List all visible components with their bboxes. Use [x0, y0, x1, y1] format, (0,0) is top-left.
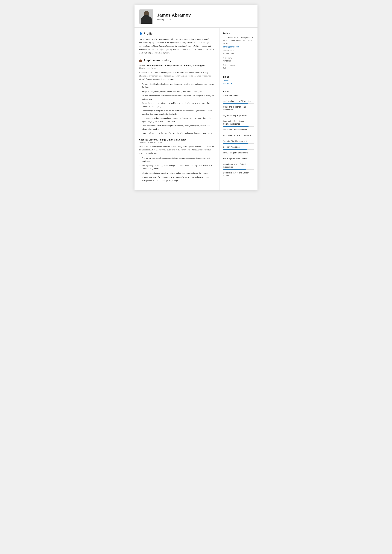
skill-name: Workplace Crime and Deviance: [223, 134, 254, 137]
skill-item: Crisis Intervention: [223, 94, 254, 98]
skill-name: Security Awareness: [223, 146, 254, 148]
candidate-name: James Abramov: [157, 13, 251, 18]
skill-name: Information Security and Counterintellig…: [223, 120, 254, 126]
avatar-body: [141, 16, 152, 24]
skill-bar: [223, 112, 247, 112]
job-1-bullets: Perform identification checks and vehicl…: [139, 83, 214, 135]
list-item: Patrol parking lots on upper and undergr…: [139, 164, 214, 171]
job-2-desc: Streamlined monitoring and detection pro…: [139, 145, 214, 155]
skill-bar: [223, 118, 246, 118]
skill-bar: [223, 132, 247, 132]
skill-bar: [223, 178, 248, 178]
skill-name: Ethics and Professionalism: [223, 128, 254, 131]
job-2-date: January 2018 — April 2019: [139, 141, 214, 143]
detail-address: 1515 Pacific Ave, Los Angeles, CA 90291,…: [223, 36, 254, 45]
list-item: Provide physical security, access contro…: [139, 156, 214, 163]
list-item: Perform identification checks and vehicl…: [139, 83, 214, 89]
job-1: Armed Security Officer at Department of …: [139, 64, 214, 135]
divider-2: [223, 88, 254, 88]
skill-bar: [223, 149, 247, 150]
link-facebook[interactable]: Facebook: [223, 82, 254, 84]
list-item: Safeguard employees, clients, and visito…: [139, 90, 214, 93]
list-item: Log into security headquarters hourly du…: [139, 117, 214, 123]
employment-section: 💼 Employment History Armed Security Offi…: [139, 59, 214, 182]
skill-bar: [223, 161, 245, 161]
job-2: Security Officer at Indigo Outlet Mall, …: [139, 139, 214, 182]
skill-bar-container: [223, 178, 254, 178]
skill-name: Digital Security Applications: [223, 114, 254, 117]
list-item: Respond to emergencies involving buildin…: [139, 102, 214, 108]
profile-icon: 👤: [139, 32, 142, 35]
skill-item: Defensive Tactics and Officer Safety: [223, 172, 254, 178]
skill-name: Antiterrorism and VIP Protection: [223, 100, 254, 103]
skill-bar-container: [223, 169, 254, 170]
skill-bar: [223, 98, 249, 98]
profile-section: 👤 Profile Safety conscious, observant Se…: [139, 32, 214, 54]
skill-item: Alarm System Fundamentals: [223, 157, 254, 161]
skill-item: Security Risk Management: [223, 140, 254, 144]
nationality: American: [223, 59, 254, 63]
skill-bar-container: [223, 132, 254, 132]
skill-name: Crisis Intervention: [223, 94, 254, 97]
skill-item: Ethics and Professionalism: [223, 128, 254, 133]
header: James Abramov Security Officer: [134, 5, 258, 28]
place-of-birth: San Antonio: [223, 52, 254, 55]
list-item: Provide directions and assistance to vis…: [139, 94, 214, 101]
header-info: James Abramov Security Officer: [157, 13, 251, 21]
details-title: Details: [223, 32, 254, 35]
skill-item: Crime and Incident Scene Procedures: [223, 106, 254, 112]
skill-bar-container: [223, 118, 254, 118]
skill-name: Defensive Tactics and Officer Safety: [223, 172, 254, 177]
skill-name: Apprehension and Detention Procedures: [223, 163, 254, 168]
skill-name: Crime and Incident Scene Procedures: [223, 106, 254, 111]
skills-title: Skills: [223, 90, 254, 93]
details-section: Details 1515 Pacific Ave, Los Angeles, C…: [223, 32, 254, 70]
skill-bar: [223, 138, 246, 138]
nationality-label: Nationality: [223, 57, 254, 59]
employment-icon: 💼: [139, 59, 142, 62]
job-2-bullets: Provide physical security, access contro…: [139, 156, 214, 182]
left-column: 👤 Profile Safety conscious, observant Se…: [134, 28, 220, 190]
driving-license: Full: [223, 67, 254, 70]
skill-bar-container: [223, 143, 254, 144]
job-1-title: Armed Security Officer at Department of …: [139, 64, 214, 67]
job-2-title: Security Officer at Indigo Outlet Mall, …: [139, 139, 214, 141]
skill-item: Workplace Crime and Deviance: [223, 134, 254, 138]
avatar: [139, 9, 154, 24]
skill-bar: [223, 155, 245, 155]
job-1-date: May 2019 — Present: [139, 67, 214, 69]
right-column: Details 1515 Pacific Ave, Los Angeles, C…: [220, 28, 258, 190]
list-item: Conduct regular foot patrols around the …: [139, 109, 214, 116]
job-1-desc: Enhanced access control, reducing unauth…: [139, 71, 214, 81]
skill-bar-container: [223, 138, 254, 138]
skills-list: Crisis InterventionAntiterrorism and VIP…: [223, 94, 254, 178]
skill-item: Digital Security Applications: [223, 114, 254, 118]
skill-name: Interviewing and Statements: [223, 152, 254, 154]
skill-item: Interviewing and Statements: [223, 152, 254, 155]
profile-title: 👤 Profile: [139, 32, 214, 35]
skill-bar: [223, 143, 248, 144]
list-item: Apprehend suspects in the case of securi…: [139, 132, 214, 135]
skill-bar-container: [223, 103, 254, 104]
skill-item: Security Awareness: [223, 146, 254, 150]
skill-bar: [223, 126, 249, 127]
skill-bar: [223, 103, 248, 104]
skill-item: Apprehension and Detention Procedures: [223, 163, 254, 170]
list-item: Used armed force when needed to protect …: [139, 124, 214, 131]
profile-text: Safety conscious, observant Security Off…: [139, 37, 214, 54]
driving-license-label: Driving license: [223, 64, 254, 66]
skill-bar-container: [223, 112, 254, 112]
skill-name: Security Risk Management: [223, 140, 254, 143]
skills-section: Skills Crisis InterventionAntiterrorism …: [223, 90, 254, 178]
list-item: Scan area premises for objects and items…: [139, 176, 214, 182]
link-twitter[interactable]: Twitter: [223, 79, 254, 82]
avatar-figure: [139, 9, 154, 24]
skill-bar-container: [223, 126, 254, 127]
resume-container: James Abramov Security Officer 👤 Profile…: [134, 5, 258, 190]
skill-name: Alarm System Fundamentals: [223, 157, 254, 160]
skill-item: Antiterrorism and VIP Protection: [223, 100, 254, 104]
skill-bar-container: [223, 155, 254, 155]
main-layout: 👤 Profile Safety conscious, observant Se…: [134, 28, 258, 190]
detail-email[interactable]: email@email.com: [223, 46, 254, 48]
links-section: Links Twitter Facebook: [223, 76, 254, 84]
